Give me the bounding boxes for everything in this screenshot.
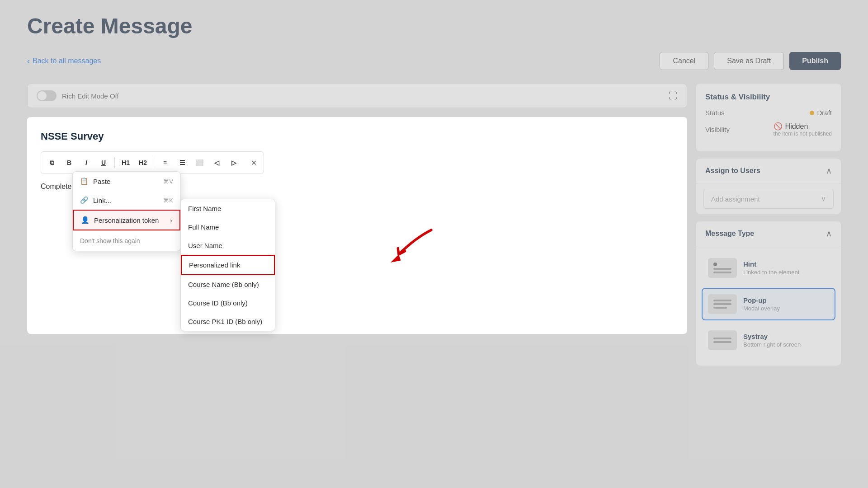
back-chevron-icon: ‹: [27, 56, 30, 66]
back-link-label: Back to all messages: [33, 57, 101, 65]
visibility-row: Visibility 🚫 Hidden the item is not publ…: [705, 122, 832, 137]
ordered-list-button[interactable]: ≡: [158, 155, 172, 170]
systray-title: Systray: [743, 333, 801, 340]
top-bar: ‹ Back to all messages Cancel Save as Dr…: [27, 52, 841, 70]
message-type-title: Message Type: [705, 230, 754, 238]
h1-button[interactable]: H1: [118, 155, 133, 170]
visibility-sublabel: the item is not published: [774, 131, 832, 137]
visibility-text: Hidden: [785, 122, 808, 131]
message-type-section: Message Type ∧ H: [696, 221, 841, 366]
personalization-label: Personalization token: [94, 216, 159, 224]
status-value: Draft: [810, 109, 832, 117]
submenu-first-name[interactable]: First Name: [181, 199, 275, 218]
submenu-full-name[interactable]: Full Name: [181, 218, 275, 236]
rich-edit-toggle-switch[interactable]: [37, 90, 57, 101]
link-menu-item[interactable]: 🔗 Link... ⌘K: [73, 191, 180, 210]
link-label: Link...: [93, 197, 111, 204]
popup-type-card[interactable]: Pop-up Modal overlay: [702, 288, 835, 320]
popup-info: Pop-up Modal overlay: [743, 296, 780, 312]
cancel-button[interactable]: Cancel: [660, 52, 708, 70]
status-visibility-title: Status & Visibility: [705, 93, 832, 102]
rich-edit-bar: Rich Edit Mode Off ⛶: [27, 84, 687, 108]
assign-users-chevron-icon: ∧: [826, 166, 832, 176]
editor-section: Rich Edit Mode Off ⛶ NSSE Survey ⧉ B I U: [27, 84, 687, 373]
popup-title: Pop-up: [743, 296, 780, 304]
assign-users-title: Assign to Users: [705, 167, 760, 175]
popup-desc: Modal overlay: [743, 305, 780, 312]
person-icon: 👤: [81, 216, 90, 224]
close-toolbar-button[interactable]: ✕: [247, 156, 260, 169]
align-left-button[interactable]: ⬜: [192, 155, 207, 170]
formatting-toolbar: ⧉ B I U H1 H2 ≡ ☰ ⬜ ◁ ▷ ✕: [41, 151, 264, 174]
dont-show-label[interactable]: Don't show this again: [73, 230, 180, 251]
editor-document-title: NSSE Survey: [41, 131, 674, 142]
context-menu: 📋 Paste ⌘V 🔗 Link... ⌘K 👤 Personalizatio…: [72, 171, 181, 251]
paste-icon: 📋: [80, 177, 89, 185]
link-icon: 🔗: [80, 196, 89, 204]
visibility-label: Visibility: [705, 126, 730, 133]
expand-icon[interactable]: ⛶: [669, 91, 678, 101]
hint-info: Hint Linked to the element: [743, 260, 799, 276]
hint-desc: Linked to the element: [743, 269, 799, 276]
status-dot: [810, 111, 814, 115]
assign-users-section: Assign to Users ∧ Add assignment ∨: [696, 159, 841, 214]
systray-info: Systray Bottom right of screen: [743, 333, 801, 348]
indent-right-button[interactable]: ▷: [226, 155, 241, 170]
page-title: Create Message: [27, 14, 841, 38]
status-text: Draft: [817, 109, 832, 117]
rich-edit-toggle: Rich Edit Mode Off: [37, 90, 119, 101]
systray-desc: Bottom right of screen: [743, 341, 801, 348]
paste-shortcut: ⌘V: [163, 178, 173, 185]
personalization-submenu: First Name Full Name User Name Personali…: [180, 199, 275, 331]
hint-type-card[interactable]: Hint Linked to the element: [702, 252, 835, 284]
personalization-menu-item[interactable]: 👤 Personalization token ›: [73, 210, 180, 230]
submenu-course-id[interactable]: Course ID (Bb only): [181, 294, 275, 312]
publish-button[interactable]: Publish: [789, 52, 841, 70]
systray-type-card[interactable]: Systray Bottom right of screen: [702, 324, 835, 357]
copy-format-button[interactable]: ⧉: [45, 155, 59, 170]
message-type-chevron-icon: ∧: [826, 229, 832, 239]
toolbar-divider-2: [154, 157, 154, 168]
h2-button[interactable]: H2: [136, 155, 150, 170]
message-type-options: Hint Linked to the element: [696, 246, 841, 366]
visibility-value: 🚫 Hidden: [774, 122, 832, 131]
paste-menu-item[interactable]: 📋 Paste ⌘V: [73, 172, 180, 191]
message-type-header[interactable]: Message Type ∧: [696, 221, 841, 246]
submenu-personalized-link[interactable]: Personalized link: [181, 255, 275, 275]
save-draft-button[interactable]: Save as Draft: [714, 52, 784, 70]
toggle-knob: [38, 91, 47, 100]
hint-title: Hint: [743, 260, 799, 268]
bold-button[interactable]: B: [62, 155, 76, 170]
unordered-list-button[interactable]: ☰: [175, 155, 189, 170]
assign-users-header[interactable]: Assign to Users ∧: [696, 159, 841, 183]
back-link[interactable]: ‹ Back to all messages: [27, 56, 101, 66]
status-label: Status: [705, 109, 725, 117]
toolbar-divider-1: [114, 157, 115, 168]
rich-edit-label: Rich Edit Mode Off: [62, 92, 119, 100]
paste-label: Paste: [93, 178, 110, 185]
indent-left-button[interactable]: ◁: [209, 155, 224, 170]
hidden-icon: 🚫: [774, 122, 783, 131]
hint-icon: [708, 258, 737, 278]
add-assignment-chevron-icon: ∨: [821, 195, 826, 203]
link-shortcut: ⌘K: [163, 197, 173, 204]
submenu-arrow-icon: ›: [170, 216, 172, 224]
underline-button[interactable]: U: [96, 155, 111, 170]
sidebar: Status & Visibility Status Draft Visibil…: [696, 84, 841, 373]
italic-button[interactable]: I: [79, 155, 94, 170]
popup-icon: [708, 294, 737, 314]
submenu-course-pk1[interactable]: Course PK1 ID (Bb only): [181, 312, 275, 331]
submenu-course-name[interactable]: Course Name (Bb only): [181, 275, 275, 294]
submenu-user-name[interactable]: User Name: [181, 236, 275, 255]
add-assignment-label: Add assignment: [711, 195, 760, 203]
status-row: Status Draft: [705, 109, 832, 117]
top-actions: Cancel Save as Draft Publish: [660, 52, 841, 70]
status-visibility-card: Status & Visibility Status Draft Visibil…: [696, 84, 841, 151]
main-content: Rich Edit Mode Off ⛶ NSSE Survey ⧉ B I U: [27, 84, 841, 373]
editor-card[interactable]: NSSE Survey ⧉ B I U H1 H2 ≡ ☰ ⬜: [27, 117, 687, 334]
add-assignment-dropdown[interactable]: Add assignment ∨: [703, 189, 834, 209]
systray-icon: [708, 330, 737, 350]
